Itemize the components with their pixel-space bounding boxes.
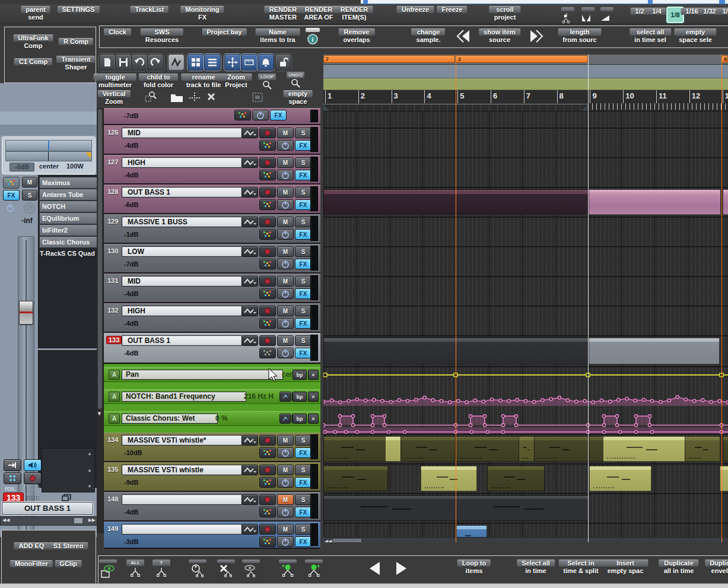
track-fx-button[interactable]: FX: [295, 507, 311, 517]
toolbar-prev-point-icon[interactable]: [279, 560, 297, 580]
track-name[interactable]: HIGH: [122, 157, 242, 168]
fx-shortcut-monofilter[interactable]: MonoFilter: [15, 560, 48, 568]
toolbar-clear-envelope-icon[interactable]: [217, 560, 235, 580]
track-name[interactable]: MASSIVE VSTi whistle: [122, 465, 242, 475]
track-solo-button[interactable]: S: [295, 465, 311, 475]
toolbar-button-project-bay[interactable]: Project bay: [206, 28, 241, 36]
media-item[interactable]: [385, 436, 402, 462]
tempo-lane[interactable]: [323, 78, 728, 90]
track-record-arm-button[interactable]: [259, 217, 276, 227]
envelope-lane-classic-chorus-wet[interactable]: AClassic Chorus: Wet0 %bp×: [104, 411, 320, 425]
track-routing-button[interactable]: [259, 536, 276, 547]
track-power-button[interactable]: [277, 259, 294, 269]
track-panel-132[interactable]: 132HIGH-4dBMSFX: [104, 303, 320, 333]
track-power-button[interactable]: [277, 447, 294, 458]
track-solo-button[interactable]: S: [295, 435, 311, 446]
grid-division-button-1-4[interactable]: 1/4: [652, 8, 661, 15]
toolbar-button-vertical[interactable]: Vertical Zoom: [102, 90, 125, 106]
region-marker[interactable]: 2: [456, 55, 588, 63]
toolbar-button-sws[interactable]: SWS Resources: [145, 28, 179, 44]
grid-division-button-1-16[interactable]: 1/16: [685, 8, 698, 15]
toolbar-ruler-icon[interactable]: [241, 54, 257, 71]
track-solo-button[interactable]: S: [295, 157, 311, 168]
track-fx-button[interactable]: FX: [295, 140, 311, 151]
track-envelope-button[interactable]: [241, 465, 258, 475]
track-routing-button[interactable]: [259, 140, 276, 151]
arrange-track-lane-130[interactable]: [323, 247, 728, 277]
track-routing-button[interactable]: [259, 259, 276, 269]
media-item[interactable]: [723, 436, 728, 462]
envelope-bypass-button[interactable]: bp: [293, 414, 307, 424]
track-record-arm-button[interactable]: [259, 157, 276, 168]
track-panel-133[interactable]: 133OUT BASS 1-6dBMSFX: [104, 333, 320, 364]
media-item[interactable]: [487, 466, 545, 491]
track-panel-127[interactable]: 127HIGH-4dBMSFX: [104, 155, 320, 185]
track-routing-button[interactable]: [259, 288, 276, 299]
toolbar-button-clock[interactable]: Clock: [109, 28, 126, 36]
media-item[interactable]: [589, 466, 651, 491]
toolbar-button-duplica[interactable]: Duplica envelo: [710, 560, 728, 575]
fx-chain-item[interactable]: Classic Chorus: [39, 236, 97, 248]
track-routing-button[interactable]: [259, 348, 276, 358]
toolbar-dashed-rect-icon[interactable]: [249, 92, 266, 104]
toolbar-button-unfreeze[interactable]: Unfreeze: [402, 6, 429, 14]
toolbar-button-zoom[interactable]: Zoom Project: [225, 74, 247, 89]
toolbar-save-icon[interactable]: [115, 54, 132, 71]
toolbar-button-duplicate[interactable]: Duplicate all in time: [664, 560, 694, 575]
track-power-button[interactable]: [277, 477, 294, 488]
arrange-track-lane-128[interactable]: [323, 188, 728, 218]
mixer-scrollbar[interactable]: ◀◀ ▶▶: [0, 516, 98, 526]
track-record-arm-button[interactable]: [259, 494, 276, 505]
track-routing-button[interactable]: [259, 199, 276, 210]
track-record-arm-button[interactable]: [259, 465, 276, 475]
fx-shortcut-gclip[interactable]: GClip: [59, 560, 77, 568]
record-arm-button[interactable]: [24, 472, 42, 484]
track-record-arm-button[interactable]: [259, 246, 276, 257]
track-solo-button[interactable]: S: [295, 494, 311, 505]
toolbar-x-icon[interactable]: [202, 92, 220, 103]
track-envelope-button[interactable]: [241, 435, 258, 446]
fx-chain-item[interactable]: EQuilibrium: [39, 212, 97, 224]
toolbar-undo-icon[interactable]: [131, 54, 148, 71]
track-panel-130[interactable]: 130LOW-7dBMSFX: [104, 244, 320, 274]
fx-chain-item-bypassed[interactable]: T-RackS CS Quad: [40, 250, 95, 257]
track-mute-button[interactable]: M: [277, 246, 294, 257]
track-solo-button[interactable]: S: [295, 217, 311, 227]
envelope-bypass-button[interactable]: bp: [293, 392, 307, 402]
grid-division-button-1-32[interactable]: 1/32: [703, 8, 716, 15]
toolbar-button-show-item[interactable]: show item source: [484, 28, 516, 44]
media-item[interactable]: [400, 436, 456, 462]
track-panel-148[interactable]: 148-4dBMSFX: [104, 492, 320, 522]
arrange-track-lane-132[interactable]: [323, 307, 728, 336]
track-routing-button[interactable]: [259, 229, 276, 240]
toolbar-prev-item-icon[interactable]: [456, 28, 472, 46]
selection-end-handle[interactable]: [581, 104, 588, 111]
track-solo-button[interactable]: S: [295, 306, 311, 316]
scroll-thumb[interactable]: [74, 518, 82, 523]
toolbar-button-length[interactable]: length from sourc: [562, 28, 596, 44]
toolbar-button-loop-to[interactable]: Loop to items: [462, 560, 486, 575]
arrange-scrollbar[interactable]: ◀◀: [323, 537, 728, 542]
power-button[interactable]: [5, 203, 16, 212]
tcp-scroll-down-icon[interactable]: ▼: [97, 411, 102, 417]
input-assign-button[interactable]: [4, 459, 21, 471]
toolbar-button-render[interactable]: RENDER MASTER: [269, 6, 297, 21]
track-power-button[interactable]: [277, 229, 294, 240]
track-power-button[interactable]: [277, 318, 294, 329]
media-item[interactable]: [456, 338, 589, 364]
media-item[interactable]: [456, 189, 589, 215]
track-mute-button[interactable]: M: [277, 465, 294, 475]
volume-readout[interactable]: -6dB: [9, 163, 34, 171]
automation-mode-button[interactable]: A: [109, 392, 120, 402]
dotted-grip[interactable]: [26, 495, 39, 500]
media-item[interactable]: [323, 189, 456, 215]
track-fx-button[interactable]: FX: [295, 318, 311, 329]
toolbar-button-select-all[interactable]: Select all in time: [522, 560, 550, 575]
toolbar-button-name[interactable]: Name items to tra: [260, 28, 295, 44]
pan-readout[interactable]: center: [39, 163, 59, 170]
track-record-arm-button[interactable]: [259, 128, 276, 138]
scroll-left-button[interactable]: ◀◀: [325, 539, 332, 542]
mixer-track-name[interactable]: OUT BASS 1: [2, 502, 93, 515]
toolbar-button-render[interactable]: RENDER ITEM(S): [341, 6, 368, 21]
tcp-scroll-thumb[interactable]: [98, 109, 102, 409]
